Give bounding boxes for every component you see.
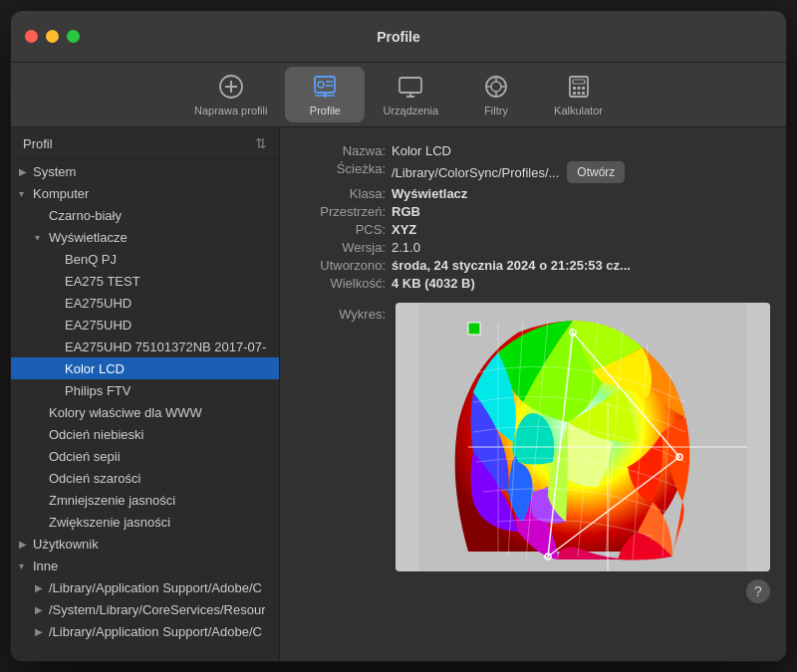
sidebar-item-ea275uhd-2[interactable]: EA275UHD [11, 314, 279, 336]
sidebar-item-kolory-www[interactable]: Kolory właściwe dla WWW [11, 401, 279, 423]
sidebar-item-odcien-sepii[interactable]: Odcień sepii [11, 445, 279, 467]
sidebar-item-wyswietlacze[interactable]: ▾Wyświetlacze [11, 226, 279, 248]
sidebar-item-adobe-support2[interactable]: ▶/Library/Application Support/Adobe/C [11, 620, 279, 642]
sidebar-item-kolor-lcd[interactable]: Kolor LCD [11, 357, 279, 379]
sidebar-header-label: Profil [23, 136, 53, 151]
traffic-lights [25, 30, 80, 43]
toolbar-profile[interactable]: Profile [285, 67, 365, 122]
svg-point-4 [318, 82, 324, 88]
tree-arrow-system: ▶ [19, 166, 33, 177]
tree-label-zwiekszenie: Zwiększenie jasności [49, 515, 170, 530]
sidebar-item-zmniejszenie[interactable]: Zmniejszenie jasności [11, 489, 279, 511]
content-area: Nazwa: Kolor LCD Ścieżka: /Library/Color… [280, 127, 786, 661]
maximize-button[interactable] [67, 30, 80, 43]
svg-rect-25 [582, 92, 585, 95]
toolbar: Naprawa profili Profile [11, 63, 786, 127]
label-wykres: Wykres: [296, 303, 386, 322]
tree-label-odcien-szarosci: Odcień szarości [49, 471, 140, 486]
sidebar-item-odcien-niebieski[interactable]: Odcień niebieski [11, 423, 279, 445]
svg-rect-9 [399, 78, 421, 93]
main-window: Profile Naprawa profili [10, 10, 787, 662]
sidebar-item-komputer[interactable]: ▾Komputer [11, 182, 279, 204]
label-nazwa: Nazwa: [296, 143, 386, 158]
tree-label-ea275uhd-1: EA275UHD [65, 296, 132, 311]
sidebar-item-ea275uhd-nb[interactable]: EA275UHD 75101372NB 2017-07- [11, 336, 279, 357]
tree-label-czarno-bialy: Czarno-biały [49, 208, 122, 223]
cie-chart-svg [396, 303, 770, 571]
chart-area: Wykres: [296, 303, 770, 571]
titlebar: Profile [11, 11, 786, 63]
svg-point-13 [491, 82, 501, 92]
open-button[interactable]: Otwórz [567, 161, 625, 183]
tree-label-philips-ftv: Philips FTV [65, 383, 131, 398]
svg-rect-41 [468, 323, 480, 335]
tree-label-ea275uhd-nb: EA275UHD 75101372NB 2017-07- [65, 339, 266, 354]
toolbar-kalkulator[interactable]: Kalkulator [536, 67, 621, 122]
label-utworzono: Utworzono: [296, 258, 386, 273]
toolbar-urzadzenia[interactable]: Urządzenia [365, 67, 456, 122]
sidebar-item-ea275uhd-1[interactable]: EA275UHD [11, 292, 279, 314]
tree-label-adobe-support2: /Library/Application Support/Adobe/C [49, 624, 262, 639]
minimize-button[interactable] [46, 30, 59, 43]
toolbar-naprawa-label: Naprawa profili [194, 105, 267, 116]
tree-label-kolory-www: Kolory właściwe dla WWW [49, 405, 202, 420]
tree-label-ea275uhd-2: EA275UHD [65, 318, 132, 333]
toolbar-naprawa[interactable]: Naprawa profili [176, 67, 285, 122]
tree-label-system: System [33, 164, 76, 179]
sidebar-item-adobe-support[interactable]: ▶/Library/Application Support/Adobe/C [11, 576, 279, 598]
value-przestrzen: RGB [392, 204, 770, 219]
tree-label-inne: Inne [33, 559, 58, 573]
sidebar-item-philips-ftv[interactable]: Philips FTV [11, 379, 279, 401]
label-pcs: PCS: [296, 222, 386, 237]
kalkulator-icon [565, 73, 593, 101]
close-button[interactable] [25, 30, 38, 43]
tree-arrow-adobe-support2: ▶ [35, 626, 49, 637]
profile-icon [311, 73, 339, 101]
tree-label-komputer: Komputer [33, 186, 89, 201]
tree-label-uzytkownik: Użytkownik [33, 537, 99, 552]
tree-label-coreservices: /System/Library/CoreServices/Resour [49, 602, 265, 617]
tree-label-kolor-lcd: Kolor LCD [65, 361, 125, 376]
toolbar-profile-label: Profile [310, 105, 341, 116]
tree-label-odcien-niebieski: Odcień niebieski [49, 427, 143, 442]
tree-label-adobe-support: /Library/Application Support/Adobe/C [49, 580, 262, 595]
value-wersja: 2.1.0 [392, 240, 770, 255]
sidebar-item-system[interactable]: ▶System [11, 160, 279, 182]
sort-icon[interactable]: ⇅ [255, 135, 267, 151]
sidebar-item-uzytkownik[interactable]: ▶Użytkownik [11, 533, 279, 555]
window-title: Profile [377, 29, 420, 45]
tree-arrow-wyswietlacze: ▾ [35, 232, 49, 243]
sidebar-item-benq-pj[interactable]: BenQ PJ [11, 248, 279, 270]
cie-chart-container [396, 303, 770, 571]
tree-label-zmniejszenie: Zmniejszenie jasności [49, 493, 175, 508]
label-sciezka: Ścieżka: [296, 161, 386, 183]
urzadzenia-icon [397, 73, 424, 101]
svg-rect-24 [577, 92, 580, 95]
tree-label-odcien-sepii: Odcień sepii [49, 449, 121, 464]
info-grid: Nazwa: Kolor LCD Ścieżka: /Library/Color… [296, 143, 770, 291]
tree-label-ea275-test: EA275 TEST [65, 274, 140, 289]
sidebar-scroll[interactable]: ▶System▾KomputerCzarno-biały▾Wyświetlacz… [11, 160, 279, 661]
svg-rect-22 [582, 87, 585, 90]
toolbar-filtry[interactable]: Filtry [456, 67, 536, 122]
tree-arrow-coreservices: ▶ [35, 604, 49, 615]
value-sciezka-row: /Library/ColorSync/Profiles/... Otwórz [392, 161, 770, 183]
sidebar-item-ea275-test[interactable]: EA275 TEST [11, 270, 279, 292]
tree-label-wyswietlacze: Wyświetlacze [49, 230, 128, 245]
sidebar-item-odcien-szarosci[interactable]: Odcień szarości [11, 467, 279, 489]
value-wielkosc: 4 KB (4032 B) [392, 276, 770, 291]
sidebar-item-inne[interactable]: ▾Inne [11, 555, 279, 576]
toolbar-filtry-label: Filtry [484, 105, 508, 116]
sidebar: Profil ⇅ ▶System▾KomputerCzarno-biały▾Wy… [11, 127, 280, 661]
label-przestrzen: Przestrzeń: [296, 204, 386, 219]
svg-rect-19 [573, 80, 585, 84]
label-wersja: Wersja: [296, 240, 386, 255]
svg-rect-23 [573, 92, 576, 95]
sidebar-item-coreservices[interactable]: ▶/System/Library/CoreServices/Resour [11, 598, 279, 620]
tree-arrow-inne: ▾ [19, 560, 33, 571]
tree-arrow-komputer: ▾ [19, 188, 33, 199]
help-button[interactable]: ? [746, 579, 770, 603]
sidebar-item-zwiekszenie[interactable]: Zwiększenie jasności [11, 511, 279, 533]
sidebar-item-czarno-bialy[interactable]: Czarno-biały [11, 204, 279, 226]
label-wielkosc: Wielkość: [296, 276, 386, 291]
